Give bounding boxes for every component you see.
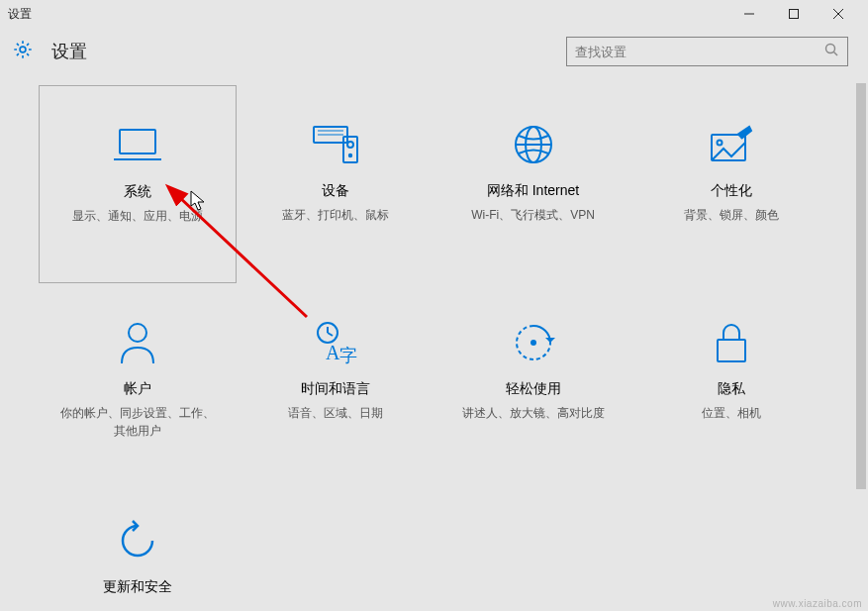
window-title: 设置 [8,6,726,23]
svg-point-14 [348,154,350,156]
settings-grid: 系统 显示、通知、应用、电源 设备 蓝牙、打印机、鼠标 [0,75,868,611]
maximize-button[interactable] [771,0,816,28]
svg-rect-1 [789,10,798,19]
vertical-scrollbar[interactable] [854,75,868,611]
globe-icon [512,115,555,174]
tile-title: 轻松使用 [506,380,561,398]
person-icon [118,313,157,372]
svg-marker-26 [545,338,555,343]
tile-title: 设备 [322,182,349,200]
svg-text:字: 字 [339,346,357,365]
tile-title: 网络和 Internet [487,182,579,200]
tile-network[interactable]: 网络和 Internet Wi-Fi、飞行模式、VPN [434,85,632,283]
close-button[interactable] [816,0,860,28]
svg-point-13 [347,142,353,148]
tile-title: 时间和语言 [301,380,370,398]
tile-privacy[interactable]: 隐私 位置、相机 [632,283,830,481]
svg-rect-12 [343,137,357,162]
search-input-container[interactable] [566,37,848,66]
app-header: 设置 [0,28,868,75]
tile-devices[interactable]: 设备 蓝牙、打印机、鼠标 [237,85,434,283]
tile-desc: 蓝牙、打印机、鼠标 [282,206,389,224]
search-icon [823,42,839,61]
tile-title: 隐私 [718,380,745,398]
ease-icon [511,313,556,372]
tile-title: 个性化 [711,182,752,200]
svg-point-5 [826,45,835,53]
tile-desc: 显示、通知、应用、电源 [72,207,203,225]
scrollbar-thumb[interactable] [856,83,866,489]
tile-title: 系统 [124,183,151,201]
tile-desc: 你的帐户、同步设置、工作、其他用户 [58,404,217,440]
search-input[interactable] [575,45,823,59]
svg-point-20 [129,324,146,342]
tile-desc: 讲述人、放大镜、高对比度 [462,404,605,422]
gear-icon [12,39,34,64]
update-icon [115,511,160,570]
svg-text:A: A [326,342,340,363]
tile-desc: 语音、区域、日期 [288,404,383,422]
devices-icon [310,115,361,174]
content-area: 系统 显示、通知、应用、电源 设备 蓝牙、打印机、鼠标 [0,75,868,611]
tile-time-language[interactable]: A 字 时间和语言 语音、区域、日期 [237,283,434,481]
svg-point-4 [20,47,26,52]
tile-desc: Wi-Fi、飞行模式、VPN [471,206,595,224]
time-language-icon: A 字 [312,313,359,372]
window-titlebar: 设置 [0,0,868,28]
tile-ease-of-access[interactable]: 轻松使用 讲述人、放大镜、高对比度 [434,283,632,481]
tile-accounts[interactable]: 帐户 你的帐户、同步设置、工作、其他用户 [39,283,237,481]
lock-icon [713,313,750,372]
tile-update[interactable]: 更新和安全 [39,481,237,611]
svg-point-19 [717,141,722,146]
tile-desc: 背景、锁屏、颜色 [684,206,779,224]
window-controls [726,0,860,28]
svg-line-23 [328,333,333,336]
watermark: www.xiazaiba.com [773,598,862,609]
paint-icon [708,115,755,174]
tile-title: 帐户 [124,380,151,398]
app-title: 设置 [51,40,566,63]
svg-line-6 [834,52,838,56]
laptop-icon [112,116,163,175]
tile-system[interactable]: 系统 显示、通知、应用、电源 [39,85,237,283]
svg-rect-7 [120,130,155,153]
svg-rect-28 [718,340,745,361]
tile-title: 更新和安全 [103,578,172,596]
tile-personalization[interactable]: 个性化 背景、锁屏、颜色 [632,85,830,283]
minimize-button[interactable] [726,0,771,28]
tile-desc: 位置、相机 [702,404,761,422]
svg-point-27 [530,340,536,346]
